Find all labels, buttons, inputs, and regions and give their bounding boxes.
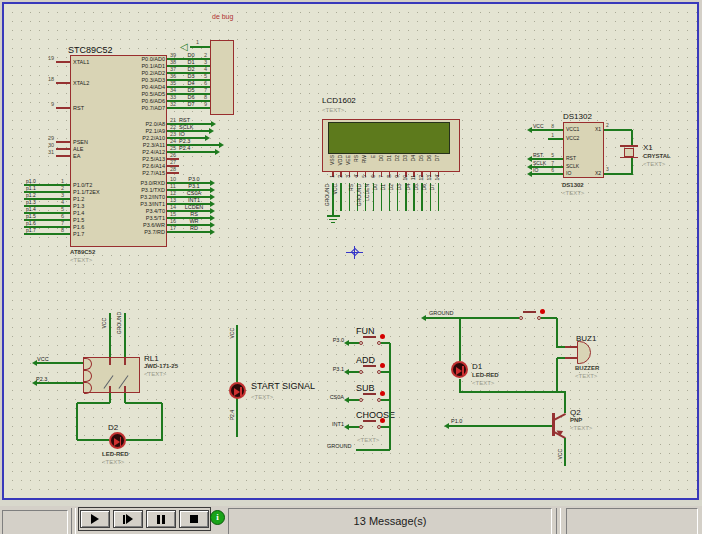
pin-name: P0.6/AD6 [118,98,165,104]
wire [331,222,335,223]
wire [620,157,638,158]
wire [604,173,632,174]
push-button-sub[interactable] [359,391,386,405]
button-state-indicator-icon [380,391,385,396]
net-label: VCC [333,184,338,195]
led-d2[interactable] [109,432,126,449]
stop-button[interactable] [179,510,209,528]
debug-label: de bug [212,13,233,21]
button-state-indicator-icon [380,418,385,423]
buzzer-value: BUZZER [575,365,599,372]
wire [389,343,390,450]
lcd-pin-name: VSS [330,155,335,165]
pin-name: P3.4/T0 [118,208,165,214]
lcd-pin-number: 3 [346,175,351,178]
button-state-indicator-icon [540,309,545,314]
pin-number: 17 [170,225,176,231]
net-label: p1.4 [26,207,36,213]
push-button-choose[interactable] [359,418,386,432]
wire [327,215,340,216]
pin-name: P1.3 [73,203,84,209]
pin-number: 1 [546,133,554,139]
keys-text-placeholder: <TEXT> [357,437,379,444]
wire [109,313,110,357]
pin-number: 15 [170,211,176,217]
lcd-title: LCD1602 [322,96,356,105]
rtc-title: DS1302 [563,112,592,121]
pause-icon-bar2 [162,515,165,524]
wire [620,145,638,146]
pin-name: X2 [586,171,601,177]
relay-value: JWD-171-25 [144,363,178,370]
debug-header[interactable] [210,40,234,115]
rtc-text-placeholder: <TEXT> [562,190,584,197]
pin-name: P0.1/AD1 [118,63,165,69]
net-label: D0 [373,184,378,190]
header-pin-number: 7 [199,87,207,93]
schematic-canvas[interactable]: STC89C52AT89C52<TEXT>XTAL119XTAL218RST9P… [2,2,699,500]
statusbar-separator-2 [556,508,561,534]
pin-name: P0.7/AD7 [118,105,165,111]
origin-marker-line [354,246,355,259]
net-label: CS0A [181,190,207,196]
pin-name: P2.2/A10 [118,135,165,141]
wire [167,107,210,108]
led-start-signal[interactable] [229,382,246,399]
wire [447,425,552,426]
net-label: P3.0 [322,337,344,343]
net-label: p1.3 [26,200,36,206]
wire [557,357,565,358]
led-d1[interactable] [451,361,468,378]
play-button[interactable] [80,510,110,528]
header-pin-number: 4 [199,66,207,72]
pause-icon [157,515,160,524]
pin-number: 10 [170,176,176,182]
wire [126,439,163,440]
net-label: LCDEN [365,184,370,201]
pin-name: P3.3/INT1 [118,201,165,207]
wire [56,82,70,83]
crystal-value: CRYSTAL [643,153,671,160]
pin-name: P2.4/A12 [118,149,165,155]
buzzer[interactable] [577,341,591,364]
status-panel-right [566,508,698,534]
net-label: D1 [381,184,386,190]
lcd-pin-number: 11 [411,175,416,180]
push-button-alarm[interactable] [519,309,546,323]
pin-number: 11 [170,183,176,189]
lcd-pin-name: E [371,155,376,158]
wire [236,325,237,382]
d2-ref: D2 [108,423,118,432]
pin-name: P3.6/WR [118,222,165,228]
pin-number: 32 [170,101,176,107]
net-label: RST [179,117,190,123]
wire [347,399,359,400]
lcd-pin-number: 2 [338,175,343,178]
wire [56,141,70,142]
wire [556,358,557,393]
lcd-pin-number: 5 [362,175,367,178]
mcu-value: AT89C52 [70,249,95,256]
info-icon[interactable] [210,510,225,525]
wire [530,129,563,130]
wire [530,173,563,174]
net-label: GROUND [117,312,122,334]
step-button[interactable] [113,510,143,528]
push-button-fun[interactable] [359,334,386,348]
header-pin-number: 5 [199,73,207,79]
pin-name: P3.5/T1 [118,215,165,221]
pin-name: P2.0/A8 [118,121,165,127]
wire-arrow-right-icon [210,208,215,214]
wire-arrow-right-icon [210,180,215,186]
wire [190,46,210,47]
statusbar-separator [71,508,76,534]
pause-button[interactable] [146,510,176,528]
crystal[interactable] [624,148,634,157]
lcd-pin-number: 9 [395,175,400,178]
net-label: WR [181,218,207,224]
pin-number: 35 [170,80,176,86]
push-button-add[interactable] [359,363,386,377]
button-contact [359,341,363,345]
pin-name: EA [73,153,80,159]
pin-number: 31 [40,149,54,155]
